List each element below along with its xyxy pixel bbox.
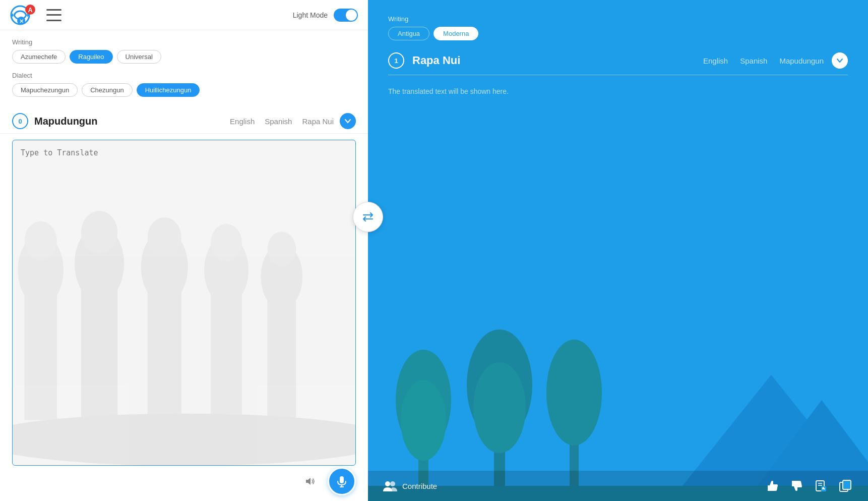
writing-pill-azumechefe[interactable]: Azumechefe (12, 50, 66, 64)
thumbs-down-icon (790, 479, 803, 492)
source-lang-options: English Spanish Rapa Nui (230, 117, 334, 126)
target-lang-bar: 1 Rapa Nui English Spanish Mapudungun (388, 52, 848, 75)
source-lang-rapanui[interactable]: Rapa Nui (302, 117, 334, 126)
writing-pill-universal[interactable]: Universal (117, 50, 161, 64)
right-panel: Writing Antigua Moderna 1 Rapa Nui Engli… (368, 0, 868, 501)
light-mode-toggle[interactable] (334, 9, 358, 22)
source-lang-english[interactable]: English (230, 117, 255, 126)
svg-point-37 (546, 340, 602, 446)
swap-button[interactable] (353, 202, 383, 232)
svg-text:A: A (28, 7, 33, 14)
source-lang-badge: 0 (12, 113, 28, 129)
writing-pill-raguileo[interactable]: Raguileo (70, 50, 112, 64)
contribute-section[interactable]: Contribute (383, 480, 437, 491)
mic-button[interactable] (328, 467, 356, 495)
svg-rect-25 (340, 476, 344, 483)
svg-marker-24 (306, 478, 311, 485)
right-writing-pill-moderna[interactable]: Moderna (433, 27, 478, 40)
dialect-pill-group: Mapuchezungun Chezungun Huillichezungun (12, 83, 356, 97)
chevron-down-icon (344, 118, 351, 125)
volume-icon (304, 475, 317, 487)
left-panel: A ✕ Light Mode Writing Azumechefe Raguil… (0, 0, 368, 501)
target-lang-mapudungun[interactable]: Mapudungun (779, 57, 824, 65)
svg-rect-46 (843, 480, 851, 489)
source-bottom-bar (0, 466, 368, 501)
translated-text-display: The translated text will be shown here. (388, 85, 848, 97)
contribute-users-icon (383, 480, 397, 491)
volume-button[interactable] (301, 472, 320, 490)
svg-point-39 (385, 481, 390, 486)
thumbs-up-button[interactable] (765, 478, 780, 493)
target-lang-badge: 1 (388, 52, 404, 69)
right-chevron-down-icon (836, 57, 843, 64)
right-bottom-bar: Contribute (368, 471, 868, 501)
copy-button[interactable] (838, 478, 853, 493)
target-lang-dropdown[interactable] (832, 52, 848, 69)
thumbs-up-icon (766, 479, 779, 492)
source-lang-spanish[interactable]: Spanish (265, 117, 292, 126)
right-action-buttons (765, 478, 853, 493)
app-logo: A ✕ (10, 5, 36, 26)
hamburger-menu[interactable] (46, 9, 61, 21)
edit-button[interactable] (814, 478, 829, 493)
edit-icon (815, 480, 827, 492)
microphone-icon (335, 475, 348, 488)
target-lang-title: Rapa Nui (412, 54, 695, 67)
svg-point-32 (401, 380, 446, 461)
header: A ✕ Light Mode (0, 0, 368, 30)
contribute-label: Contribute (402, 482, 437, 490)
target-lang-options: English Spanish Mapudungun (703, 57, 824, 65)
dialect-pill-mapuche[interactable]: Mapuchezungun (12, 83, 78, 97)
svg-text:✕: ✕ (19, 18, 24, 24)
source-lang-title: Mapudungun (34, 116, 224, 127)
right-background (368, 97, 868, 501)
writing-label: Writing (12, 38, 356, 46)
logo: A ✕ (10, 5, 61, 26)
writing-pill-group: Azumechefe Raguileo Universal (12, 50, 356, 64)
right-writing-label: Writing (388, 15, 848, 23)
dialect-label: Dialect (12, 72, 356, 79)
dialect-pill-huilliche[interactable]: Huillichezungun (137, 83, 200, 97)
header-right: Light Mode (293, 9, 358, 22)
writing-options-section: Writing Azumechefe Raguileo Universal Di… (0, 30, 368, 109)
source-lang-dropdown[interactable] (340, 113, 356, 129)
source-textarea-wrapper (0, 134, 368, 466)
source-lang-bar: 0 Mapudungun English Spanish Rapa Nui (0, 109, 368, 134)
right-content: Writing Antigua Moderna 1 Rapa Nui Engli… (368, 0, 868, 97)
right-writing-pills: Antigua Moderna (388, 27, 848, 40)
source-textarea[interactable] (12, 140, 356, 466)
light-mode-label: Light Mode (293, 11, 328, 19)
svg-point-35 (473, 362, 526, 453)
swap-icon (361, 210, 375, 224)
target-lang-spanish[interactable]: Spanish (740, 57, 767, 65)
copy-icon (839, 479, 852, 492)
right-writing-pill-antigua[interactable]: Antigua (388, 27, 429, 40)
target-lang-english[interactable]: English (703, 57, 728, 65)
thumbs-down-button[interactable] (789, 478, 804, 493)
svg-point-40 (390, 481, 395, 486)
dialect-pill-chezungun[interactable]: Chezungun (82, 83, 133, 97)
